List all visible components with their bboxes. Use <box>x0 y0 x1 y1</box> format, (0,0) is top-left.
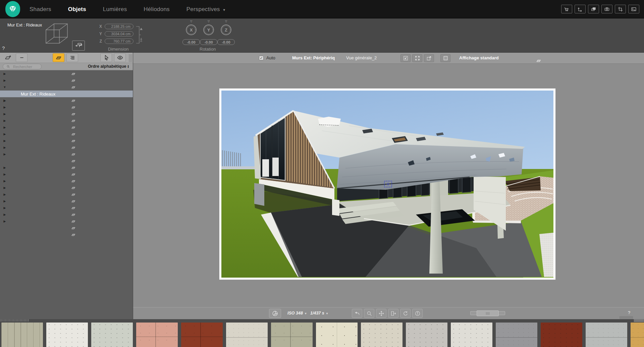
layer-row[interactable]: Equip: Décoration <box>0 158 133 164</box>
material-thumbnail[interactable] <box>406 323 447 347</box>
dotted-preview-button[interactable] <box>440 54 450 62</box>
exit-button[interactable] <box>388 309 398 318</box>
layer-row[interactable]: ▶Finition <box>0 211 133 218</box>
layer-row[interactable]: ▼Mur Ext : Rideaux <box>0 84 133 91</box>
material-thumbnail[interactable] <box>541 323 582 347</box>
layer-row[interactable]: ▶Equip: Mobiliers <box>0 178 133 184</box>
material-thumbnail[interactable] <box>271 323 313 347</box>
strip-resize-grip[interactable] <box>634 319 644 322</box>
material-thumbnail[interactable] <box>496 323 537 347</box>
layer-row[interactable]: ▶Constr: Serrurerie <box>0 77 133 84</box>
zoom-slider-handle[interactable] <box>477 310 499 316</box>
display-mode-label[interactable]: Affichage standard <box>459 55 499 60</box>
sort-dropdown[interactable]: Ordre alphabétique ▴▾ <box>88 64 129 69</box>
rotation-z-field[interactable] <box>217 39 235 45</box>
expand-arrow-icon[interactable]: ▶ <box>2 79 7 82</box>
panel-resize-grip[interactable] <box>129 54 132 62</box>
layer-row[interactable]: ▶Equip tech: Eclairage <box>0 144 133 151</box>
shutter-setting[interactable]: 1/437 s▾ <box>310 311 328 315</box>
material-thumbnail[interactable] <box>316 323 358 347</box>
windows-button[interactable] <box>588 5 599 13</box>
auto-checkbox[interactable]: ✓ <box>259 56 264 60</box>
remove-layer-button[interactable] <box>16 53 28 62</box>
expand-arrow-icon[interactable]: ▶ <box>2 99 7 102</box>
crop-button[interactable] <box>615 5 626 13</box>
expand-arrow-icon[interactable]: ▶ <box>2 139 7 142</box>
layer-row[interactable]: ▶Faux plafond <box>0 205 133 211</box>
expand-arrow-icon[interactable]: ▶ <box>2 119 7 122</box>
material-thumbnail[interactable] <box>361 323 402 347</box>
expand-arrow-icon[interactable]: ▶ <box>2 132 7 136</box>
layer-row[interactable]: ▶Constr: Poteaux <box>0 70 133 77</box>
apply-shader-button[interactable] <box>72 41 85 51</box>
expand-button[interactable] <box>412 54 422 62</box>
render-preview[interactable] <box>219 89 555 280</box>
layers-button[interactable] <box>53 53 64 62</box>
tab-objets[interactable]: Objets <box>68 6 86 13</box>
layer-row[interactable]: ▶Murs int: Cloisons <box>0 111 133 117</box>
layer-row[interactable]: ▶Mur : Plinthes <box>0 218 133 225</box>
rotation-y-dial[interactable]: ▽ Y <box>200 20 217 45</box>
layer-row[interactable]: Végétation <box>0 231 133 238</box>
eye-button[interactable] <box>114 53 126 62</box>
search-input[interactable] <box>12 64 39 69</box>
aperture-button[interactable] <box>269 309 281 318</box>
tab-shaders[interactable]: Shaders <box>30 6 51 13</box>
expand-arrow-icon[interactable]: ▶ <box>2 72 7 75</box>
layer-row[interactable]: ▶Equip tech: Chauffage <box>0 137 133 144</box>
material-thumbnail[interactable] <box>586 323 627 347</box>
expand-arrow-icon[interactable]: ▶ <box>2 106 7 109</box>
tab-héliodons[interactable]: Héliodons <box>144 6 169 13</box>
undo-button[interactable] <box>352 309 362 318</box>
zoom-button[interactable] <box>364 309 374 318</box>
camera-button[interactable] <box>601 5 612 13</box>
current-layer-label[interactable]: Murs Ext: Périphériq <box>292 55 335 60</box>
expand-arrow-icon[interactable]: ▶ <box>2 179 7 183</box>
layer-row[interactable]: ▶Equip: Agencement <box>0 151 133 158</box>
layer-row[interactable]: ▶Sols: Dalles <box>0 117 133 124</box>
rotation-x-dial[interactable]: ▽ X <box>182 20 200 45</box>
help-link[interactable]: ? <box>628 310 630 315</box>
add-layer-button[interactable] <box>2 53 14 62</box>
render-canvas[interactable] <box>133 64 644 307</box>
material-thumbnail[interactable] <box>91 323 133 347</box>
layer-row[interactable]: ▶Murs ext : Modénatures <box>0 104 133 111</box>
fit-out-button[interactable] <box>424 54 434 62</box>
layer-row[interactable]: ▶Escalier <box>0 184 133 191</box>
expand-arrow-icon[interactable]: ▶ <box>2 166 7 169</box>
material-thumbnail[interactable] <box>1 323 43 347</box>
material-thumbnail[interactable] <box>631 323 644 347</box>
material-thumbnail[interactable] <box>226 323 268 347</box>
expand-arrow-icon[interactable]: ▶ <box>2 186 7 189</box>
material-thumbnail[interactable] <box>136 323 178 347</box>
zoom-slider[interactable] <box>470 311 505 315</box>
info-button[interactable] <box>412 309 423 318</box>
dimension-link-icon[interactable] <box>136 24 143 47</box>
material-thumbnail[interactable] <box>181 323 223 347</box>
expand-arrow-icon[interactable]: ▶ <box>2 213 7 216</box>
layer-row[interactable]: ▶Coque <box>0 131 133 137</box>
tab-perspectives[interactable]: Perspectives▾ <box>186 6 225 13</box>
cart-button[interactable] <box>561 5 572 13</box>
axes-button[interactable] <box>575 5 586 13</box>
expand-arrow-icon[interactable]: ▶ <box>2 206 7 210</box>
layer-row[interactable]: ▶Equip: Mobilier Extérieur <box>0 171 133 178</box>
pan-button[interactable] <box>376 309 386 318</box>
dimension-y-field[interactable] <box>105 31 133 37</box>
iso-setting[interactable]: ISO 348▾ <box>287 311 306 315</box>
current-view-label[interactable]: Vue générale_2 <box>346 55 377 60</box>
rotation-x-field[interactable] <box>182 39 200 45</box>
search-field[interactable] <box>3 64 42 69</box>
expand-arrow-icon[interactable]: ▶ <box>2 173 7 176</box>
resize-grip[interactable] <box>620 316 633 319</box>
layer-row[interactable]: ▶Sols: Planchers <box>0 124 133 131</box>
layer-row[interactable]: ▶Equip: Escaliers int <box>0 164 133 171</box>
dimension-x-field[interactable] <box>105 24 133 29</box>
layer-row[interactable]: ▶Murs Ext: Périphériques <box>0 97 133 104</box>
layer-row[interactable]: ▶Exter: Piscine <box>0 191 133 198</box>
layer-row[interactable]: Unique layer <box>0 225 133 231</box>
layer-row[interactable]: Mur Ext : Rideaux <box>0 91 133 97</box>
rotation-z-dial[interactable]: ▽ Z <box>217 20 235 45</box>
layer-row[interactable]: ▶Exter: Terrain modifié <box>0 198 133 205</box>
rotation-y-field[interactable] <box>200 39 217 45</box>
